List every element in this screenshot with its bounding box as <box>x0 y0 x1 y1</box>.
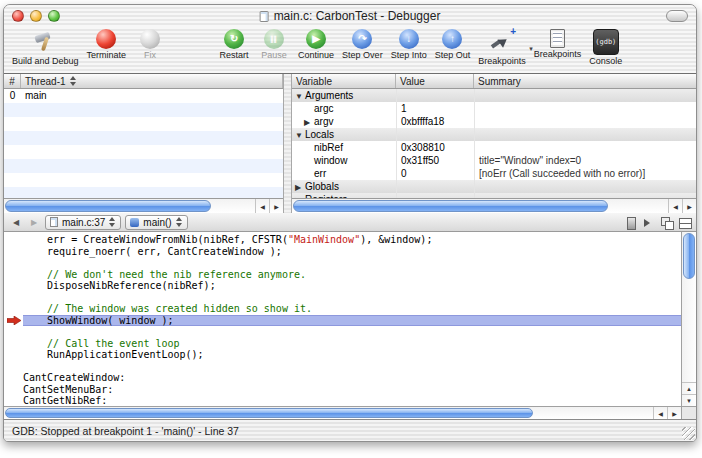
code-line: require_noerr( err, CantCreateWindow ); <box>23 246 681 258</box>
toolbar-breakpoints-button[interactable]: Breakpoints <box>530 29 586 59</box>
column-header-value[interactable]: Value <box>396 74 474 88</box>
scroll-up-arrow-icon[interactable] <box>682 382 696 394</box>
column-header-number[interactable]: # <box>4 74 21 88</box>
toolbar-build-and-debug-button[interactable]: Build and Debug <box>8 29 83 66</box>
variable-row-err[interactable]: err0[noErr (Call succeeded with no error… <box>292 167 696 180</box>
variables-pane: Variable Value Summary ▼Argumentsargc1▶a… <box>292 74 696 213</box>
continue-icon: ▶ <box>306 29 326 49</box>
toolbar-restart-button[interactable]: ↻Restart <box>214 29 254 60</box>
editor-vertical-scrollbar[interactable] <box>681 232 696 406</box>
variable-list: ▼Argumentsargc1▶argv0xbffffa18▼Localsnib… <box>292 89 696 198</box>
file-popup[interactable]: main.c:37 <box>45 215 121 230</box>
scroll-down-arrow-icon[interactable] <box>682 394 696 406</box>
variable-row-arguments[interactable]: ▼Arguments <box>292 89 696 102</box>
scroll-left-arrow-icon[interactable] <box>668 199 682 213</box>
variable-row-globals[interactable]: ▶Globals <box>292 180 696 193</box>
scroll-right-arrow-icon[interactable] <box>682 199 696 213</box>
popup-arrows-icon <box>109 217 116 227</box>
thread-name <box>21 173 283 187</box>
document-proxy-icon[interactable] <box>260 11 269 22</box>
hammer-icon <box>32 29 58 55</box>
variable-value <box>396 128 474 141</box>
thread-row-empty <box>4 187 283 198</box>
toolbar-breakpoints-add-button[interactable]: +▾Breakpoints <box>474 29 530 66</box>
zoom-button[interactable] <box>48 10 60 22</box>
thread-row-empty <box>4 173 283 187</box>
column-header-thread[interactable]: Thread-1 <box>21 74 283 88</box>
step-out-icon: ↑ <box>442 29 462 49</box>
toolbar-console-button[interactable]: (gdb)Console <box>585 29 626 66</box>
disclosure-open-icon[interactable]: ▼ <box>295 129 305 141</box>
scroll-right-arrow-icon[interactable] <box>269 199 283 213</box>
gdb-icon: (gdb) <box>593 29 619 55</box>
breakpoints-button[interactable] <box>642 216 655 229</box>
scrollbar-thumb[interactable] <box>683 233 695 279</box>
toolbar-item-label: Terminate <box>87 50 127 60</box>
toolbar-item-label: Step Out <box>435 50 471 60</box>
variable-summary <box>474 128 696 141</box>
variable-value: 0xbffffa18 <box>396 115 474 128</box>
window-title: main.c: CarbonTest - Debugger <box>274 9 441 23</box>
thread-row[interactable]: 0main <box>4 89 283 103</box>
toolbar-toggle-button[interactable] <box>666 10 688 22</box>
toolbar-terminate-button[interactable]: Terminate <box>83 29 131 60</box>
title-bar[interactable]: main.c: CarbonTest - Debugger <box>4 5 696 27</box>
variables-horizontal-scrollbar[interactable] <box>292 198 696 213</box>
disclosure-closed-icon[interactable]: ▶ <box>304 116 314 128</box>
toolbar-continue-button[interactable]: ▶Continue <box>294 29 338 60</box>
sort-indicator-icon <box>70 76 77 86</box>
status-text: GDB: Stopped at breakpoint 1 - 'main()' … <box>12 425 239 437</box>
thread-row-empty <box>4 103 283 117</box>
column-header-summary[interactable]: Summary <box>474 74 696 88</box>
variable-row-argv[interactable]: ▶argv0xbffffa18 <box>292 115 696 128</box>
minimize-button[interactable] <box>30 10 42 22</box>
variable-row-window[interactable]: window0x31ff50title="Window" index=0 <box>292 154 696 167</box>
code-line: err = CreateWindowFromNib(nibRef, CFSTR(… <box>23 234 681 246</box>
scrollbar-thumb[interactable] <box>293 200 608 212</box>
toolbar-step-into-button[interactable]: ↓Step Into <box>387 29 431 60</box>
bookmarks-button[interactable] <box>624 216 637 229</box>
resize-grip[interactable] <box>682 427 695 440</box>
code-area[interactable]: err = CreateWindowFromNib(nibRef, CFSTR(… <box>23 232 681 406</box>
go-forward-button[interactable] <box>27 216 41 229</box>
debug-panes: # Thread-1 0main Variable Value Summa <box>4 74 696 213</box>
scroll-left-arrow-icon[interactable] <box>653 407 667 419</box>
close-button[interactable] <box>12 10 24 22</box>
source-editor[interactable]: err = CreateWindowFromNib(nibRef, CFSTR(… <box>4 232 696 419</box>
breakpoint-arrow-icon: + <box>489 29 515 55</box>
function-popup[interactable]: main() <box>125 215 187 230</box>
variable-row-locals[interactable]: ▼Locals <box>292 128 696 141</box>
split-view-button[interactable] <box>678 216 691 229</box>
counterpart-button[interactable] <box>660 216 673 229</box>
toolbar-step-over-button[interactable]: ↷Step Over <box>338 29 387 60</box>
column-header-variable[interactable]: Variable <box>292 74 396 88</box>
code-line: CantGetNibRef: <box>23 395 681 406</box>
code-line: DisposeNibReference(nibRef); <box>23 280 681 292</box>
thread-name <box>21 117 283 131</box>
breakpoint-gutter[interactable] <box>4 232 23 406</box>
toolbar-step-out-button[interactable]: ↑Step Out <box>431 29 475 60</box>
window-controls <box>12 10 60 22</box>
variable-name: Arguments <box>305 90 353 101</box>
thread-row-empty <box>4 117 283 131</box>
variable-name: Locals <box>305 129 334 140</box>
column-header-thread-label: Thread-1 <box>25 76 66 87</box>
variable-name: err <box>314 168 326 179</box>
function-icon <box>130 218 139 227</box>
variable-row-argc[interactable]: argc1 <box>292 102 696 115</box>
editor-horizontal-scrollbar[interactable] <box>4 406 681 419</box>
thread-horizontal-scrollbar[interactable] <box>4 198 283 213</box>
scroll-left-arrow-icon[interactable] <box>255 199 269 213</box>
scrollbar-thumb[interactable] <box>5 408 533 418</box>
disclosure-open-icon[interactable]: ▼ <box>295 90 305 102</box>
toolbar: Build and DebugTerminateFix↻Restart▌▌Pau… <box>4 27 696 74</box>
variable-row-nibref[interactable]: nibRef0x308810 <box>292 141 696 154</box>
pane-splitter[interactable] <box>284 74 292 213</box>
code-line: CantSetMenuBar: <box>23 384 681 396</box>
toolbar-item-label: Step Over <box>342 50 383 60</box>
scrollbar-thumb[interactable] <box>5 200 211 212</box>
toolbar-item-label: Step Into <box>391 50 427 60</box>
go-back-button[interactable] <box>9 216 23 229</box>
scroll-right-arrow-icon[interactable] <box>667 407 681 419</box>
disclosure-closed-icon[interactable]: ▶ <box>295 181 305 193</box>
